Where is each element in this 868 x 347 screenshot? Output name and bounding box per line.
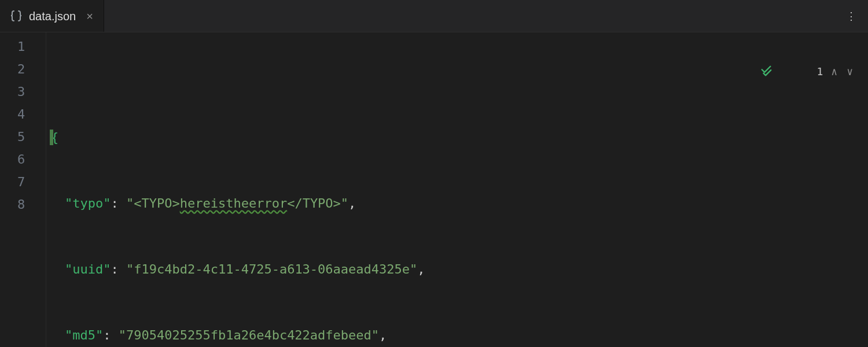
json-string: "f19c4bd2-4c11-4725-a613-06aaead4325e" [126,262,417,276]
code-line[interactable]: "md5": "79054025255fb1a26e4bc422adfebeed… [46,324,868,346]
json-string: </TYPO>" [287,196,348,211]
tab-data-json[interactable]: data.json × [0,0,104,32]
line-number: 3 [0,84,46,107]
json-comma: , [379,328,387,342]
gutter: 1 2 3 4 5 6 7 8 [0,32,46,347]
json-string: "79054025255fb1a26e4bc422adfebeed" [119,328,379,342]
json-colon: : [111,196,126,211]
checkmark-icon [760,40,810,102]
find-prev-button[interactable]: ∧ [830,64,838,79]
braces-icon [9,9,23,23]
tab-bar: data.json × ⋮ [0,0,868,32]
typo-squiggle: hereistheerror [180,196,287,211]
more-actions-button[interactable]: ⋮ [846,14,856,18]
json-string: "<TYPO> [126,196,180,211]
code-line[interactable]: { [46,126,868,149]
line-number: 4 [0,107,46,130]
json-colon: : [111,262,126,276]
json-key: "md5" [65,328,103,342]
line-number: 2 [0,62,46,84]
line-number: 6 [0,152,46,175]
tab-actions: ⋮ [846,0,856,32]
tab-label: data.json [29,10,76,23]
find-count: 1 [816,65,823,77]
line-number: 5 [0,130,46,152]
line-number: 7 [0,175,46,197]
find-next-button[interactable]: ∨ [845,64,854,79]
line-number: 1 [0,39,46,62]
json-comma: , [348,196,356,211]
code-line[interactable]: "typo": "<TYPO>hereistheerror</TYPO>", [46,192,868,215]
tab-close-button[interactable]: × [85,10,94,22]
line-number: 8 [0,197,46,220]
json-key: "typo" [65,196,111,211]
json-key: "uuid" [65,262,111,276]
code-line[interactable]: "uuid": "f19c4bd2-4c11-4725-a613-06aaead… [46,258,868,280]
bracket-highlight [50,130,53,145]
editor[interactable]: 1 2 3 4 5 6 7 8 1 ∧ ∨ { "typo": "<TYPO>h… [0,32,868,347]
code-area[interactable]: 1 ∧ ∨ { "typo": "<TYPO>hereistheerror</T… [46,32,868,347]
find-status: 1 ∧ ∨ [760,40,854,102]
json-colon: : [103,328,119,342]
json-comma: , [417,262,425,276]
